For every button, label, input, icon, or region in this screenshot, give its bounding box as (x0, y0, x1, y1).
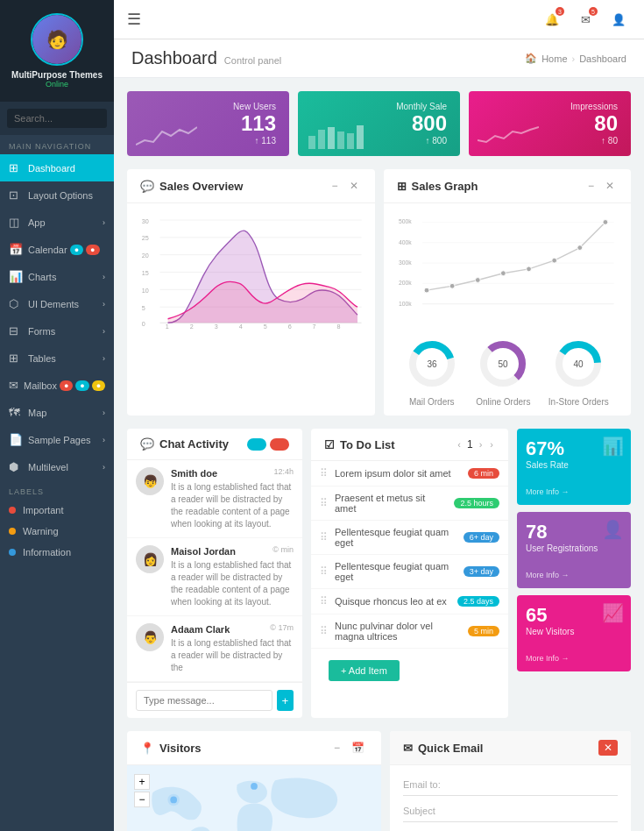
toggle-on-button[interactable] (247, 438, 266, 451)
chat-message-1: 👦 Smith doe 12:4h It is a long establish… (127, 460, 302, 538)
drag-handle-icon[interactable]: ⠿ (320, 595, 328, 607)
panel-title-text: Sales Overview (159, 180, 243, 193)
subject-field[interactable] (403, 800, 618, 822)
sidebar-item-calendar[interactable]: 📅 Calendar ● ● (0, 236, 114, 263)
more-info-link[interactable]: More Info → (526, 571, 622, 579)
svg-text:5: 5 (264, 323, 267, 330)
svg-text:6: 6 (288, 323, 292, 330)
labels-label: LABELS (0, 480, 114, 500)
svg-rect-2 (328, 127, 335, 149)
online-status: Online (9, 80, 105, 89)
drag-handle-icon[interactable]: ⠿ (320, 531, 328, 543)
close-button[interactable]: ✕ (346, 178, 362, 194)
add-item-button[interactable]: + Add Item (329, 660, 400, 681)
label-important[interactable]: Important (0, 500, 114, 521)
home-icon: 🏠 (525, 53, 537, 64)
email-to-field[interactable] (403, 774, 618, 796)
donut-online-orders: 50 Online Orders (476, 337, 530, 407)
drag-handle-icon[interactable]: ⠿ (320, 565, 328, 578)
sidebar-item-mailbox[interactable]: ✉ Mailbox ● ● ● (0, 372, 114, 399)
minimize-button[interactable]: − (328, 178, 341, 194)
notifications-icon[interactable]: 🔔 3 (540, 7, 564, 32)
close-button[interactable]: ✕ (602, 178, 618, 194)
svg-point-45 (603, 220, 608, 225)
drag-handle-icon[interactable]: ⠿ (320, 467, 328, 479)
drag-handle-icon[interactable]: ⠿ (320, 625, 328, 637)
zoom-out-button[interactable]: − (134, 792, 150, 807)
svg-point-38 (424, 288, 429, 293)
svg-point-42 (526, 266, 531, 272)
close-email-button[interactable]: ✕ (598, 740, 618, 756)
donut-chart: 50 (477, 337, 529, 390)
sidebar-item-charts[interactable]: 📊 Charts › (0, 263, 114, 290)
sidebar-item-forms[interactable]: ⊟ Forms › (0, 317, 114, 344)
donut-chart: 36 (406, 337, 458, 390)
svg-text:400k: 400k (398, 239, 411, 245)
chevron-right-icon: › (103, 300, 105, 309)
hamburger-icon[interactable]: ☰ (127, 10, 141, 29)
panel-header: ⊞ Sales Graph − ✕ (384, 169, 632, 203)
sidebar-item-map[interactable]: 🗺 Map › (0, 399, 114, 426)
calendar-icon: 📅 (9, 243, 23, 256)
mini-chart-line (478, 123, 539, 152)
panel-title-text: To Do List (340, 438, 395, 451)
list-item: ⠿ Quisque rhoncus leo at ex 2.5 days (311, 589, 508, 614)
chat-icon: 💬 (140, 437, 154, 451)
label-warning[interactable]: Warning (0, 521, 114, 542)
stat-card-monthly-sale: Monthly Sale 800 ↑ 800 (298, 91, 460, 156)
calendar-badge-1: ● (70, 245, 83, 255)
panel-header: ✉ Quick Email ✕ (390, 731, 631, 765)
mail-badge-2: ● (75, 380, 88, 391)
sidebar-item-sample[interactable]: 📄 Sample Pages › (0, 426, 114, 453)
todo-icon: ☑ (324, 438, 335, 451)
quick-email-panel: ✉ Quick Email ✕ A Normal text ▼ Bold Ita… (390, 731, 631, 831)
chat-input[interactable] (136, 690, 272, 711)
chat-text: It is a long established fact that a rea… (171, 559, 294, 608)
sidebar-item-layout[interactable]: ⊡ Layout Options (0, 181, 114, 209)
sidebar-item-label: Layout Options (28, 190, 93, 201)
visitors-map: + − (127, 765, 381, 831)
todo-text: Lorem ipsum dolor sit amet (335, 468, 461, 479)
minimize-button[interactable]: − (584, 178, 598, 194)
mail-badge-1: ● (60, 380, 73, 391)
calendar-button[interactable]: 📅 (348, 740, 368, 756)
next-page-button[interactable]: › (478, 437, 485, 451)
drag-handle-icon[interactable]: ⠿ (320, 497, 328, 509)
search-input[interactable] (7, 109, 107, 128)
sidebar-item-label: UI Dements (28, 299, 79, 309)
sidebar-item-multilevel[interactable]: ⬢ Multilevel › (0, 453, 114, 480)
todo-text: Praesent et metus sit amet (335, 493, 447, 514)
next-page-2-button[interactable]: › (488, 437, 495, 451)
todo-text: Pellentesque feugiat quam eget (335, 561, 456, 582)
stat-label: Sales Rate (526, 460, 622, 470)
more-info-link[interactable]: More Info → (526, 487, 622, 496)
stat-label: Impressions (482, 102, 618, 111)
list-item: ⠿ Praesent et metus sit amet 2.5 hours (311, 487, 508, 521)
sidebar-item-ui[interactable]: ⬡ UI Dements › (0, 290, 114, 317)
breadcrumb-home[interactable]: Home (541, 53, 567, 64)
chat-text: It is a long established fact that a rea… (171, 637, 294, 674)
stat-label: User Registrations (526, 543, 622, 553)
middle-row: 💬 Chat Activity 👦 Smith doe 12:4h (127, 429, 631, 718)
chat-send-button[interactable]: + (277, 690, 294, 711)
messages-icon[interactable]: ✉ 5 (573, 7, 598, 32)
prev-page-button[interactable]: ‹ (456, 437, 463, 451)
sidebar-item-app[interactable]: ◫ App › (0, 209, 114, 236)
chat-time: 12:4h (273, 467, 294, 476)
map-icon: 🗺 (9, 406, 23, 419)
zoom-in-button[interactable]: + (134, 774, 150, 790)
minimize-button[interactable]: − (330, 740, 343, 756)
panel-header: 💬 Chat Activity (127, 429, 302, 460)
chat-name: Maisol Jordan (171, 546, 236, 557)
toggle-off-button[interactable] (270, 438, 289, 451)
brand-name: MultiPurpose Themes (9, 70, 105, 80)
sidebar-item-tables[interactable]: ⊞ Tables › (0, 344, 114, 372)
envelope-icon: ✉ (403, 742, 413, 755)
sidebar-item-dashboard[interactable]: ⊞ Dashboard (0, 154, 114, 181)
topbar: ☰ 🔔 3 ✉ 5 👤 (114, 0, 644, 39)
user-menu-icon[interactable]: 👤 (606, 7, 631, 32)
label-information[interactable]: Information (0, 542, 114, 563)
svg-text:100k: 100k (398, 301, 411, 307)
more-info-link[interactable]: More Info → (526, 654, 622, 663)
chevron-right-icon: › (103, 354, 105, 363)
